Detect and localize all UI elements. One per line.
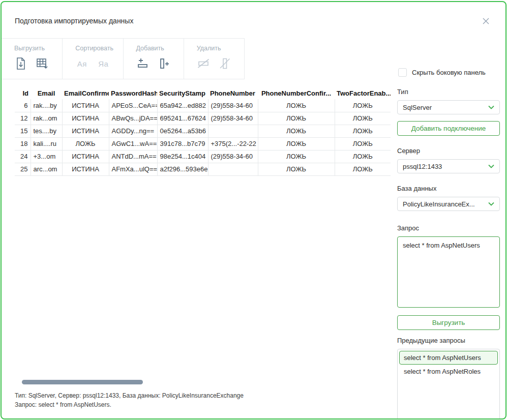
server-select[interactable]: pssql12:1433 bbox=[397, 159, 500, 173]
previous-query-item[interactable]: select * from AspNetUsers bbox=[399, 351, 498, 365]
cell-two-factor-enabled[interactable]: ЛОЖЬ bbox=[335, 163, 391, 175]
add-connection-button[interactable]: Добавить подключение bbox=[397, 121, 500, 136]
export-table-icon[interactable] bbox=[36, 57, 49, 70]
cell-password-hash[interactable]: AFmXa...ulQ== bbox=[109, 163, 157, 175]
toolbar-group-delete-label: Удалить bbox=[197, 45, 244, 52]
cell-email[interactable]: kali....ru bbox=[31, 137, 62, 150]
table-row[interactable]: 25 arc...om ИСТИНА AFmXa...ulQ== a2f296.… bbox=[15, 163, 391, 175]
column-header[interactable]: PhoneNumberConfir... bbox=[258, 87, 335, 99]
database-select-value: PolicyLikeInsuranceEx... bbox=[403, 200, 488, 208]
previous-queries-list: select * from AspNetUsers select * from … bbox=[397, 349, 500, 419]
cell-security-stamp[interactable]: a2f296...593e6e bbox=[157, 163, 208, 175]
column-header[interactable]: Id bbox=[15, 87, 31, 99]
toolbar: Выгрузить Сортировать bbox=[2, 38, 245, 79]
column-header[interactable]: SecurityStamp bbox=[157, 87, 208, 99]
table-header-row: IdEmailEmailConfirmedPasswordHashSecurit… bbox=[15, 87, 391, 99]
hide-sidebar-checkbox-row[interactable]: Скрыть боковую панель bbox=[398, 68, 500, 77]
toolbar-group-delete: Удалить bbox=[184, 39, 244, 79]
cell-email-confirmed[interactable]: ИСТИНА bbox=[62, 125, 109, 137]
cell-email[interactable]: tes....by bbox=[31, 125, 62, 137]
table-row[interactable]: 12 rak...om ИСТИНА ABwQs...jDA== 695241.… bbox=[15, 112, 391, 125]
cell-phone-number-confirmed[interactable]: ЛОЖЬ bbox=[258, 125, 335, 137]
cell-two-factor-enabled[interactable]: ЛОЖЬ bbox=[335, 150, 391, 163]
export-file-icon[interactable] bbox=[14, 57, 27, 70]
cell-email[interactable]: arc...om bbox=[31, 163, 62, 175]
cell-id[interactable]: 12 bbox=[15, 112, 31, 125]
column-header[interactable]: PasswordHash bbox=[109, 87, 157, 99]
cell-phone-number-confirmed[interactable]: ЛОЖЬ bbox=[258, 137, 335, 150]
cell-phone-number-confirmed[interactable]: ЛОЖЬ bbox=[258, 112, 335, 125]
dialog-title: Подготовка импортируемых данных bbox=[15, 17, 133, 25]
cell-password-hash[interactable]: AGwC1...wA== bbox=[109, 137, 157, 150]
cell-two-factor-enabled[interactable]: ЛОЖЬ bbox=[335, 125, 391, 137]
cell-id[interactable]: 15 bbox=[15, 125, 31, 137]
cell-phone-number[interactable]: (29)558-34-60 bbox=[208, 99, 258, 112]
cell-id[interactable]: 6 bbox=[15, 99, 31, 112]
database-label: База данных bbox=[397, 185, 500, 192]
import-data-dialog: Подготовка импортируемых данных Выгрузит… bbox=[1, 1, 506, 419]
cell-email-confirmed[interactable]: ИСТИНА bbox=[62, 150, 109, 163]
cell-phone-number[interactable] bbox=[208, 125, 258, 137]
table-row[interactable]: 15 tes....by ИСТИНА AGDDy...ng== 0e5264.… bbox=[15, 125, 391, 137]
cell-security-stamp[interactable]: 0e5264...a53b6 bbox=[157, 125, 208, 137]
cell-phone-number-confirmed[interactable]: ЛОЖЬ bbox=[258, 150, 335, 163]
cell-password-hash[interactable]: ABwQs...jDA== bbox=[109, 112, 157, 125]
column-header[interactable]: Email bbox=[31, 87, 62, 99]
cell-security-stamp[interactable]: 98e254...1c404 bbox=[157, 150, 208, 163]
type-label: Тип bbox=[397, 88, 500, 96]
close-icon[interactable] bbox=[481, 16, 491, 26]
add-column-icon[interactable] bbox=[158, 57, 171, 70]
server-select-value: pssql12:1433 bbox=[403, 163, 488, 170]
toolbar-group-export: Выгрузить bbox=[2, 39, 62, 79]
delete-column-icon bbox=[218, 57, 231, 70]
cell-phone-number-confirmed[interactable]: ЛОЖЬ bbox=[258, 99, 335, 112]
cell-email[interactable]: +3...om bbox=[31, 150, 62, 163]
toolbar-group-add: Добавить bbox=[123, 39, 184, 79]
toolbar-group-add-label: Добавить bbox=[136, 45, 184, 52]
toolbar-group-export-label: Выгрузить bbox=[14, 45, 62, 52]
cell-phone-number-confirmed[interactable]: ЛОЖЬ bbox=[258, 163, 335, 175]
previous-query-item[interactable]: select * from AspNetRoles bbox=[399, 365, 498, 378]
cell-email[interactable]: rak....by bbox=[31, 99, 62, 112]
cell-email-confirmed[interactable]: ИСТИНА bbox=[62, 99, 109, 112]
table-row[interactable]: 6 rak....by ИСТИНА APEoS...CeA== 65a942.… bbox=[15, 99, 391, 112]
hide-sidebar-checkbox[interactable] bbox=[398, 68, 407, 77]
hide-sidebar-label: Скрыть боковую панель bbox=[412, 69, 486, 76]
column-header[interactable]: PhoneNumber bbox=[208, 87, 258, 99]
cell-password-hash[interactable]: APEoS...CeA== bbox=[109, 99, 157, 112]
cell-email[interactable]: rak...om bbox=[31, 112, 62, 125]
cell-phone-number[interactable]: (29)558-34-60 bbox=[208, 150, 258, 163]
export-button[interactable]: Выгрузить bbox=[397, 315, 500, 330]
previous-queries-label: Предыдущие запросы bbox=[397, 337, 500, 344]
cell-password-hash[interactable]: ANTdD...mA== bbox=[109, 150, 157, 163]
column-header[interactable]: EmailConfirmed bbox=[62, 87, 109, 99]
cell-two-factor-enabled[interactable]: ЛОЖЬ bbox=[335, 137, 391, 150]
query-textarea[interactable]: select * from AspNetUsers bbox=[397, 236, 500, 308]
database-select[interactable]: PolicyLikeInsuranceEx... bbox=[397, 197, 500, 211]
cell-phone-number[interactable]: +375(2...-22-22 bbox=[208, 137, 258, 150]
cell-id[interactable]: 24 bbox=[15, 150, 31, 163]
cell-password-hash[interactable]: AGDDy...ng== bbox=[109, 125, 157, 137]
cell-security-stamp[interactable]: 391c78...b7c79 bbox=[157, 137, 208, 150]
chevron-down-icon bbox=[488, 105, 494, 109]
add-row-icon[interactable] bbox=[136, 57, 150, 70]
cell-phone-number[interactable]: (29)558-34-60 bbox=[208, 112, 258, 125]
cell-id[interactable]: 18 bbox=[15, 137, 31, 150]
cell-phone-number[interactable] bbox=[208, 163, 258, 175]
query-label: Запрос bbox=[397, 224, 500, 232]
chevron-down-icon bbox=[488, 164, 494, 168]
horizontal-scrollbar[interactable] bbox=[22, 380, 143, 384]
table-row[interactable]: 18 kali....ru ЛОЖЬ AGwC1...wA== 391c78..… bbox=[15, 137, 391, 150]
cell-email-confirmed[interactable]: ИСТИНА bbox=[62, 112, 109, 125]
table-row[interactable]: 24 +3...om ИСТИНА ANTdD...mA== 98e254...… bbox=[15, 150, 391, 163]
cell-email-confirmed[interactable]: ИСТИНА bbox=[62, 163, 109, 175]
data-table: IdEmailEmailConfirmedPasswordHashSecurit… bbox=[15, 87, 391, 176]
cell-email-confirmed[interactable]: ЛОЖЬ bbox=[62, 137, 109, 150]
cell-id[interactable]: 25 bbox=[15, 163, 31, 175]
cell-two-factor-enabled[interactable]: ЛОЖЬ bbox=[335, 112, 391, 125]
cell-security-stamp[interactable]: 695241...67624 bbox=[157, 112, 208, 125]
column-header[interactable]: TwoFactorEnab... bbox=[335, 87, 391, 99]
cell-two-factor-enabled[interactable]: ЛОЖЬ bbox=[335, 99, 391, 112]
type-select[interactable]: SqlServer bbox=[397, 100, 500, 114]
cell-security-stamp[interactable]: 65a942...ed882 bbox=[157, 99, 208, 112]
